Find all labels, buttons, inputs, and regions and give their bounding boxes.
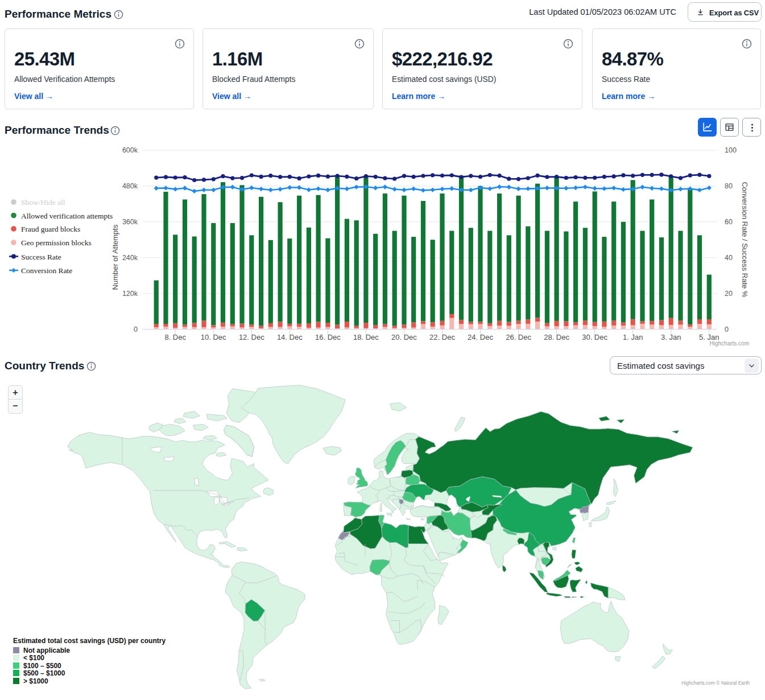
svg-text:20. Dec: 20. Dec — [391, 333, 417, 341]
svg-text:80: 80 — [725, 182, 733, 190]
svg-text:Show/Hide all: Show/Hide all — [21, 198, 65, 207]
svg-text:0: 0 — [725, 326, 729, 333]
svg-text:Conversion Rate: Conversion Rate — [21, 266, 72, 275]
svg-text:30. Dec: 30. Dec — [582, 333, 607, 341]
svg-text:Highcharts.com: Highcharts.com — [710, 340, 749, 347]
svg-text:18. Dec: 18. Dec — [353, 333, 379, 341]
svg-text:Geo permission blocks: Geo permission blocks — [21, 238, 92, 247]
svg-text:20: 20 — [725, 290, 733, 298]
svg-text:120k: 120k — [122, 290, 138, 298]
svg-text:3. Jan: 3. Jan — [661, 333, 681, 341]
svg-text:14. Dec: 14. Dec — [277, 333, 303, 341]
svg-text:600k: 600k — [122, 146, 138, 154]
svg-text:8. Dec: 8. Dec — [164, 333, 186, 341]
svg-text:240k: 240k — [122, 254, 138, 262]
svg-text:26. Dec: 26. Dec — [506, 333, 531, 341]
svg-text:60: 60 — [725, 218, 733, 226]
svg-text:12. Dec: 12. Dec — [239, 333, 264, 341]
svg-text:16. Dec: 16. Dec — [315, 333, 341, 341]
svg-text:10. Dec: 10. Dec — [201, 333, 226, 341]
svg-text:480k: 480k — [122, 182, 138, 190]
svg-text:Success Rate: Success Rate — [21, 253, 61, 261]
svg-text:24. Dec: 24. Dec — [468, 333, 493, 341]
svg-text:40: 40 — [725, 254, 733, 262]
svg-text:22. Dec: 22. Dec — [429, 333, 455, 341]
svg-text:360k: 360k — [122, 218, 138, 226]
svg-text:0: 0 — [134, 326, 138, 333]
svg-text:1. Jan: 1. Jan — [623, 333, 643, 341]
svg-text:Fraud guard blocks: Fraud guard blocks — [21, 225, 80, 233]
svg-text:100: 100 — [725, 146, 737, 154]
svg-text:Allowed verification attempts: Allowed verification attempts — [21, 212, 113, 220]
svg-text:Highcharts.com © Natural Earth: Highcharts.com © Natural Earth — [681, 680, 750, 686]
svg-text:Conversion Rate / Success Rate: Conversion Rate / Success Rate % — [741, 182, 749, 297]
svg-text:Number of Attempts: Number of Attempts — [111, 224, 119, 290]
svg-text:28. Dec: 28. Dec — [544, 333, 569, 341]
